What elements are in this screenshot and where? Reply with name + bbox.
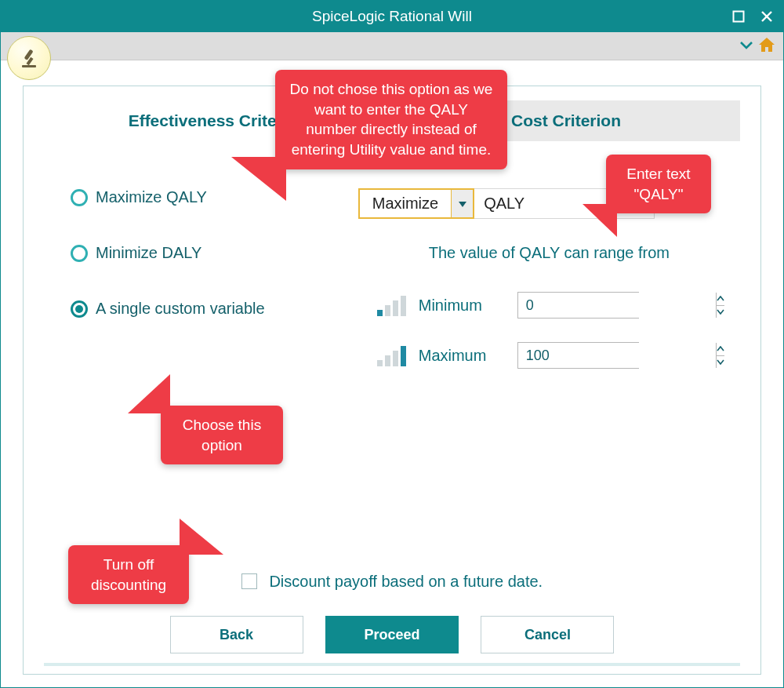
svg-rect-4 [22, 65, 36, 67]
window-title: SpiceLogic Rational Will [1, 8, 783, 25]
maximum-label: Maximum [419, 347, 505, 365]
titlebar: SpiceLogic Rational Will [1, 1, 783, 32]
toolbar [1, 32, 783, 60]
discount-checkbox[interactable] [241, 573, 257, 589]
callout-choose-option: Choose this option [161, 406, 283, 464]
progress-underline [44, 663, 740, 666]
svg-marker-6 [459, 202, 466, 207]
app-logo-gavel-icon[interactable] [7, 36, 51, 80]
minimum-spinner[interactable] [517, 292, 639, 319]
spinner-up-icon[interactable] [717, 293, 724, 306]
callout-enter-qaly: Enter text "QALY" [606, 155, 711, 213]
discount-label: Discount payoff based on a future date. [269, 573, 543, 590]
radio-single-custom-variable[interactable]: A single custom variable [71, 300, 350, 318]
maximize-icon[interactable] [730, 8, 747, 25]
maximum-input[interactable] [518, 343, 716, 368]
spinner-down-icon[interactable] [717, 356, 724, 369]
chevron-down-icon[interactable] [739, 39, 753, 53]
proceed-button[interactable]: Proceed [325, 616, 459, 653]
minimum-label: Minimum [419, 297, 505, 315]
app-window: SpiceLogic Rational Will Effectiveness C… [0, 0, 784, 688]
cancel-button[interactable]: Cancel [481, 616, 614, 653]
radio-label: Maximize QALY [96, 188, 207, 206]
direction-value: Maximize [360, 190, 451, 217]
close-icon[interactable] [758, 8, 775, 25]
home-icon[interactable] [758, 37, 775, 56]
range-header: The value of QALY can range from [358, 244, 740, 262]
radio-icon [71, 245, 88, 262]
radio-maximize-qaly[interactable]: Maximize QALY [71, 188, 350, 206]
bars-min-icon [377, 294, 406, 316]
direction-dropdown[interactable]: Maximize [358, 188, 474, 219]
spinner-up-icon[interactable] [717, 343, 724, 356]
radio-icon [71, 189, 88, 206]
back-button[interactable]: Back [170, 616, 303, 653]
spinner-down-icon[interactable] [717, 306, 724, 319]
radio-label: A single custom variable [96, 300, 265, 318]
svg-rect-0 [734, 12, 744, 22]
maximum-spinner[interactable] [517, 342, 639, 369]
radio-icon [71, 300, 88, 318]
chevron-down-icon[interactable] [451, 190, 473, 217]
callout-do-not-choose: Do not chose this option as we want to e… [275, 70, 507, 169]
callout-turn-off-discounting: Turn off discounting [68, 545, 189, 604]
radio-label: Minimize DALY [96, 244, 201, 262]
bars-max-icon [377, 344, 406, 366]
radio-minimize-daly[interactable]: Minimize DALY [71, 244, 350, 262]
minimum-input[interactable] [518, 293, 716, 318]
